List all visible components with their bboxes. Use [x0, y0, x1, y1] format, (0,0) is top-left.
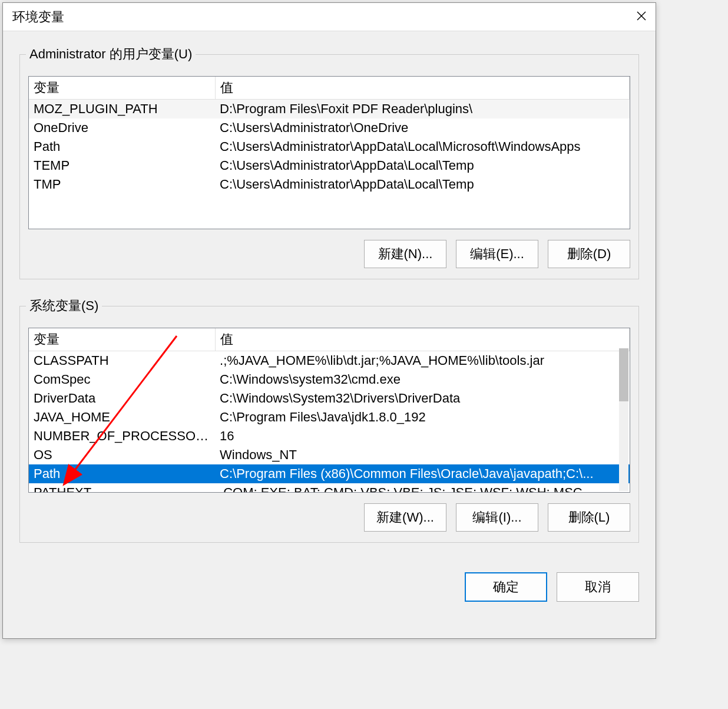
var-name-cell: TMP	[29, 175, 215, 194]
table-row[interactable]: PATHEXT.COM;.EXE;.BAT;.CMD;.VBS;.VBE;.JS…	[29, 483, 630, 493]
var-name-cell: Path	[29, 464, 215, 483]
scrollbar-thumb[interactable]	[619, 348, 628, 401]
user-delete-button[interactable]: 删除(D)	[548, 240, 630, 268]
table-row[interactable]: PathC:\Users\Administrator\AppData\Local…	[29, 137, 630, 156]
table-row[interactable]: TMPC:\Users\Administrator\AppData\Local\…	[29, 175, 630, 194]
close-icon	[636, 9, 647, 25]
user-new-button[interactable]: 新建(N)...	[364, 240, 446, 268]
user-variables-table-container: 变量 值 MOZ_PLUGIN_PATHD:\Program Files\Fox…	[28, 76, 630, 229]
var-name-cell: DriverData	[29, 389, 215, 408]
var-name-cell: Path	[29, 137, 215, 156]
system-scrollbar[interactable]	[619, 348, 628, 491]
system-delete-button[interactable]: 删除(L)	[548, 503, 630, 532]
var-name-cell: NUMBER_OF_PROCESSORS	[29, 427, 215, 446]
sys-col-value[interactable]: 值	[215, 328, 629, 351]
table-row[interactable]: OneDriveC:\Users\Administrator\OneDrive	[29, 118, 630, 137]
system-new-button[interactable]: 新建(W)...	[364, 503, 446, 532]
var-name-cell: CLASSPATH	[29, 351, 215, 371]
dialog-title: 环境变量	[12, 8, 64, 26]
var-value-cell: D:\Program Files\Foxit PDF Reader\plugin…	[215, 100, 629, 119]
var-name-cell: MOZ_PLUGIN_PATH	[29, 100, 215, 119]
var-value-cell: C:\Users\Administrator\AppData\Local\Tem…	[215, 175, 629, 194]
table-row[interactable]: MOZ_PLUGIN_PATHD:\Program Files\Foxit PD…	[29, 100, 630, 119]
system-variables-table-container: 变量 值 CLASSPATH.;%JAVA_HOME%\lib\dt.jar;%…	[28, 328, 630, 493]
table-row[interactable]: ComSpecC:\Windows\system32\cmd.exe	[29, 370, 630, 389]
var-name-cell: TEMP	[29, 156, 215, 175]
cancel-button[interactable]: 取消	[557, 572, 639, 602]
table-row[interactable]: OSWindows_NT	[29, 446, 630, 464]
var-name-cell: JAVA_HOME	[29, 408, 215, 427]
var-value-cell: 16	[215, 427, 629, 446]
environment-variables-dialog: 环境变量 Administrator 的用户变量(U) 变量 值	[2, 2, 656, 639]
table-row[interactable]: JAVA_HOMEC:\Program Files\Java\jdk1.8.0_…	[29, 408, 630, 427]
var-value-cell: C:\Users\Administrator\OneDrive	[215, 118, 629, 137]
table-row[interactable]: TEMPC:\Users\Administrator\AppData\Local…	[29, 156, 630, 175]
table-row[interactable]: CLASSPATH.;%JAVA_HOME%\lib\dt.jar;%JAVA_…	[29, 351, 630, 371]
user-edit-button[interactable]: 编辑(E)...	[456, 240, 538, 268]
table-row[interactable]: NUMBER_OF_PROCESSORS16	[29, 427, 630, 446]
user-variables-legend: Administrator 的用户变量(U)	[26, 45, 196, 63]
sys-col-name[interactable]: 变量	[29, 328, 215, 351]
var-value-cell: C:\Windows\System32\Drivers\DriverData	[215, 389, 629, 408]
var-value-cell: C:\Program Files (x86)\Common Files\Orac…	[215, 464, 629, 483]
table-row[interactable]: PathC:\Program Files (x86)\Common Files\…	[29, 464, 630, 483]
user-variables-table[interactable]: 变量 值 MOZ_PLUGIN_PATHD:\Program Files\Fox…	[29, 77, 630, 194]
var-name-cell: OneDrive	[29, 118, 215, 137]
close-button[interactable]	[627, 3, 656, 31]
titlebar: 环境变量	[3, 3, 656, 31]
table-row[interactable]: DriverDataC:\Windows\System32\Drivers\Dr…	[29, 389, 630, 408]
var-value-cell: .COM;.EXE;.BAT;.CMD;.VBS;.VBE;.JS;.JSE;.…	[215, 483, 629, 493]
ok-button[interactable]: 确定	[465, 572, 547, 602]
var-value-cell: Windows_NT	[215, 446, 629, 464]
var-value-cell: C:\Windows\system32\cmd.exe	[215, 370, 629, 389]
var-value-cell: .;%JAVA_HOME%\lib\dt.jar;%JAVA_HOME%\lib…	[215, 351, 629, 371]
system-variables-legend: 系统变量(S)	[26, 297, 102, 315]
var-name-cell: ComSpec	[29, 370, 215, 389]
var-value-cell: C:\Users\Administrator\AppData\Local\Mic…	[215, 137, 629, 156]
var-name-cell: PATHEXT	[29, 483, 215, 493]
user-col-value[interactable]: 值	[215, 77, 629, 100]
var-value-cell: C:\Program Files\Java\jdk1.8.0_192	[215, 408, 629, 427]
system-variables-table[interactable]: 变量 值 CLASSPATH.;%JAVA_HOME%\lib\dt.jar;%…	[29, 328, 630, 493]
user-variables-group: Administrator 的用户变量(U) 变量 值 MOZ_PLUGIN_P…	[19, 45, 639, 279]
var-value-cell: C:\Users\Administrator\AppData\Local\Tem…	[215, 156, 629, 175]
var-name-cell: OS	[29, 446, 215, 464]
system-edit-button[interactable]: 编辑(I)...	[456, 503, 538, 532]
user-col-name[interactable]: 变量	[29, 77, 215, 100]
system-variables-group: 系统变量(S) 变量 值 CLASSPATH.;%JAVA_HOME%\lib\…	[19, 297, 639, 543]
